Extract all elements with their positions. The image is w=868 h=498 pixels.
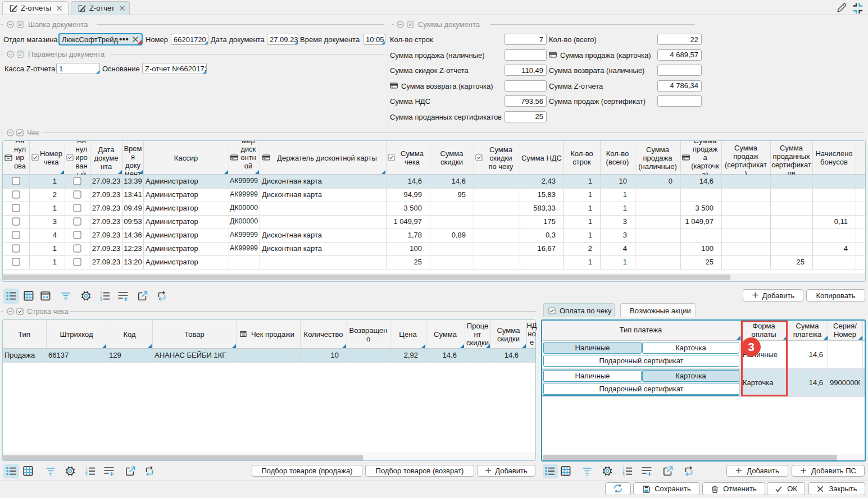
svg-text:3: 3 [85,473,88,477]
svg-text:3: 3 [622,473,625,477]
svg-text:3: 3 [100,298,102,301]
